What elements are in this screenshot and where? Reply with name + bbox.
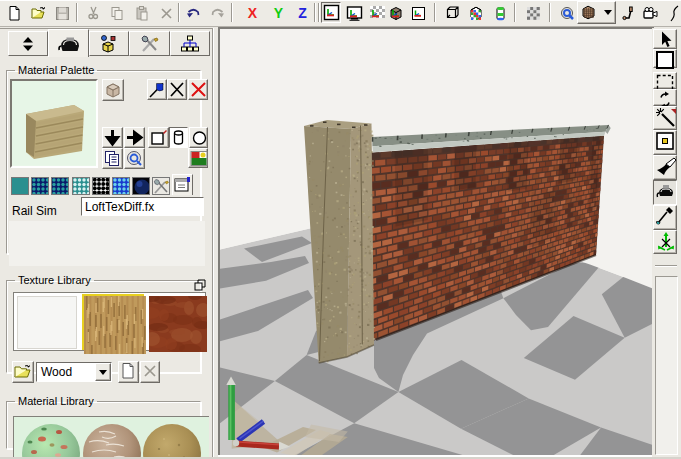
svg-text:X: X — [248, 5, 258, 21]
svg-text:Z: Z — [298, 5, 307, 21]
svg-text:Y: Y — [274, 5, 284, 21]
